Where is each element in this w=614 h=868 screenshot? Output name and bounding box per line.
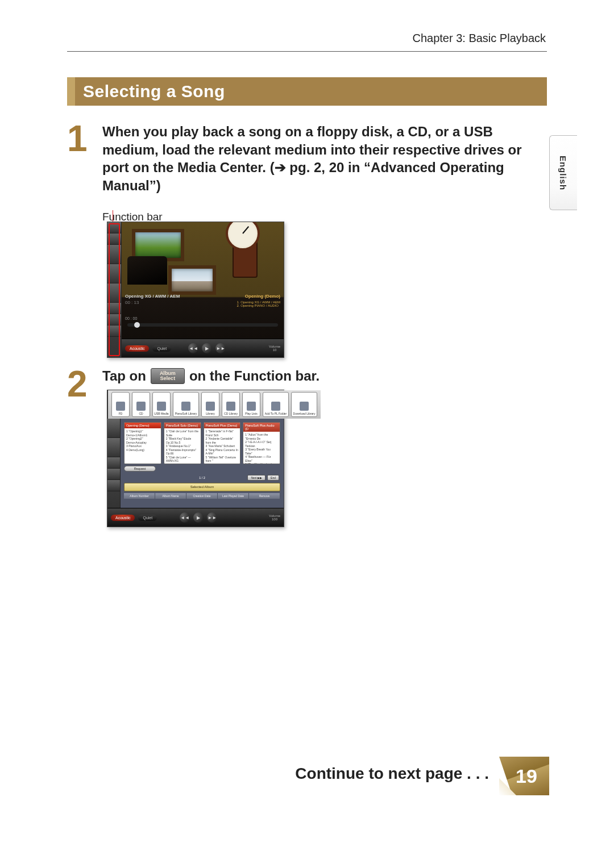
- col-remove[interactable]: Remove: [249, 493, 280, 499]
- step-2-pre: Tap on: [102, 368, 146, 384]
- sidebar-menu-icon[interactable]: [107, 480, 120, 491]
- end-page-button[interactable]: End: [267, 475, 279, 481]
- toolbar-library[interactable]: Library: [201, 392, 219, 417]
- toolbar-playlists[interactable]: Play Lists: [242, 392, 260, 417]
- toolbar-cd-library[interactable]: CD Library: [222, 392, 240, 417]
- album-title: Opening (Demo): [125, 423, 161, 428]
- album-title: PianoSoft Plus Audio (D: [243, 423, 280, 432]
- library-icon: [206, 402, 215, 411]
- chapter-heading: Chapter 3: Basic Playback: [412, 32, 546, 45]
- sidebar-info-icon[interactable]: [107, 457, 120, 469]
- col-album-name[interactable]: Album Name: [155, 493, 186, 499]
- album-card[interactable]: PianoSoft Plus Audio (D 1 "Adios" from t…: [243, 422, 280, 464]
- step-1: 1 When you play back a song on a floppy …: [67, 123, 547, 223]
- total-time: 00 : 00: [125, 316, 137, 320]
- album-card[interactable]: PianoSoft Solo (Demo) 1 "Clair de Lune" …: [164, 422, 201, 464]
- on-screen-display: Opening XG / AWM / AEM Opening (Demo) 00…: [125, 294, 280, 305]
- toolbar-fd[interactable]: FD: [111, 392, 130, 417]
- screenshot-album-select: FD CD USB Media PianoSoft Library Librar…: [107, 390, 284, 527]
- mini-playlist: 1. Opening XG / AWM / AEM 2. Opening PIA…: [237, 301, 280, 307]
- next-page-button[interactable]: Next ▶▶: [247, 475, 265, 481]
- language-tab[interactable]: English: [549, 135, 577, 210]
- add-folder-icon: [271, 402, 280, 411]
- language-label: English: [559, 155, 569, 190]
- col-last-played[interactable]: Last Played Date: [218, 493, 249, 499]
- sidebar-menu-icon[interactable]: [107, 326, 121, 337]
- sidebar-power-icon[interactable]: [107, 222, 121, 233]
- screenshot-playback-room: Opening XG / AWM / AEM Opening (Demo) 00…: [107, 222, 284, 358]
- col-album-number[interactable]: Album Number: [124, 493, 155, 499]
- sidebar-button[interactable]: [107, 438, 120, 457]
- header-rule: [67, 51, 547, 52]
- selected-album-banner: Selected Album: [124, 483, 280, 491]
- sidebar-cd-icon[interactable]: [107, 469, 120, 480]
- cd-icon: [136, 402, 146, 411]
- playlist-group-label: Opening (Demo): [245, 294, 280, 299]
- mode-acoustic-button[interactable]: Acoustic: [111, 515, 135, 521]
- rewind-button[interactable]: ◄◄: [188, 343, 198, 353]
- piano-icon: [181, 402, 190, 411]
- cd-library-icon: [226, 402, 235, 411]
- mode-acoustic-button[interactable]: Acoustic: [125, 345, 149, 352]
- transport-bar: Acoustic Quiet ◄◄ ▶ ►► Volume 10: [122, 339, 284, 357]
- step-2: 2 Tap on Album Select on the Function ba…: [67, 368, 547, 384]
- function-bar-callout-line: [113, 210, 113, 222]
- sidebar-album-select-button[interactable]: [107, 245, 121, 264]
- forward-button[interactable]: ►►: [215, 343, 226, 353]
- playback-room: Opening XG / AWM / AEM Opening (Demo) 00…: [122, 222, 284, 357]
- request-button[interactable]: Request: [124, 466, 156, 471]
- manual-page: Chapter 3: Basic Playback English Select…: [0, 0, 614, 868]
- album-tracklist: 1 "Adios" from the "Ernesto De 2 "I-E-A-…: [243, 432, 280, 464]
- step-2-post: on the Function bar.: [189, 368, 320, 384]
- col-creation-date[interactable]: Creation Date: [186, 493, 218, 499]
- step-1-number: 1: [67, 120, 88, 157]
- usb-icon: [157, 402, 166, 411]
- sidebar-cd-icon[interactable]: [107, 314, 121, 326]
- sidebar-song-select-button[interactable]: [107, 264, 121, 283]
- volume-display: Volume 100: [269, 514, 280, 521]
- step-2-number: 2: [67, 366, 88, 402]
- grand-piano-illustration: [127, 256, 167, 285]
- album-title: PianoSoft Plus (Demo): [204, 423, 240, 428]
- floppy-icon: [116, 402, 125, 411]
- transport-bar: Acoustic Quiet ◄◄ ▶ ►► Volume 100: [107, 508, 284, 527]
- album-tracklist: 1 "Serenade" in F-flat" Franz Sch 2 "And…: [204, 428, 240, 464]
- sidebar-button[interactable]: [107, 419, 120, 438]
- toolbar-download-library[interactable]: Download Library: [291, 392, 317, 417]
- album-card[interactable]: Opening (Demo) 1 "Opening1" Demo+1/Album…: [124, 422, 161, 464]
- album-card[interactable]: PianoSoft Plus (Demo) 1 "Serenade" in F-…: [204, 422, 241, 464]
- volume-display: Volume 10: [269, 345, 280, 352]
- section-title: Selecting a Song: [83, 82, 225, 101]
- mode-quiet-button[interactable]: Quiet: [138, 515, 157, 521]
- page-indicator: 1 / 2: [199, 476, 205, 479]
- sidebar-home-icon[interactable]: [107, 233, 121, 245]
- play-button[interactable]: ▶: [202, 343, 212, 353]
- album-select-chip: Album Select: [151, 368, 185, 384]
- toolbar-usb[interactable]: USB Media: [152, 392, 171, 417]
- source-toolbar: FD CD USB Media PianoSoft Library Librar…: [108, 390, 321, 419]
- toolbar-cd[interactable]: CD: [132, 392, 150, 417]
- album-grid-area: Opening (Demo) 1 "Opening1" Demo+1/Album…: [121, 419, 284, 508]
- toolbar-pianosoft-library[interactable]: PianoSoft Library: [173, 392, 199, 417]
- rewind-button[interactable]: ◄◄: [180, 512, 190, 523]
- step-1-text: When you play back a song on a floppy di…: [102, 123, 547, 195]
- wall-picture-2: [168, 265, 216, 295]
- sidebar-func-button[interactable]: [107, 283, 121, 303]
- toolbar-add-to-pl[interactable]: Add To PL Folder: [263, 392, 289, 417]
- section-title-bar: Selecting a Song: [67, 77, 547, 106]
- wall-clock-illustration: [229, 227, 261, 278]
- continue-text: Continue to next page . . .: [295, 765, 489, 783]
- album-title: PianoSoft Solo (Demo): [164, 423, 201, 428]
- album-cards: Opening (Demo) 1 "Opening1" Demo+1/Album…: [124, 422, 280, 464]
- playlist-icon: [247, 402, 256, 411]
- play-button[interactable]: ▶: [193, 512, 204, 523]
- album-tracklist: 1 "Opening1" Demo+1/Album1 2 "Opening2" …: [125, 428, 161, 453]
- forward-button[interactable]: ►►: [207, 512, 217, 523]
- function-bar[interactable]: [107, 222, 122, 357]
- section-title-accent: [67, 77, 75, 106]
- mini-playlist-item: 2. Opening PIANO / AUDIO: [237, 304, 280, 307]
- mode-quiet-button[interactable]: Quiet: [152, 345, 171, 352]
- sidebar-info-icon[interactable]: [107, 303, 121, 314]
- progress-bar[interactable]: [127, 323, 278, 327]
- function-bar-lower[interactable]: [107, 419, 121, 508]
